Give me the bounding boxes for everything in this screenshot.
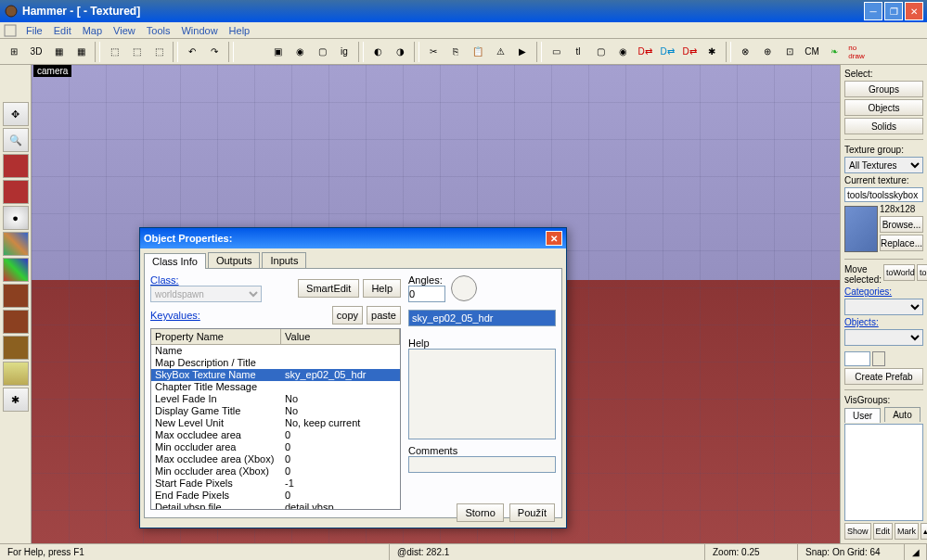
faces-input[interactable] — [844, 351, 870, 366]
property-row[interactable]: Detail.vbsp filedetail.vbsp — [151, 502, 400, 510]
browse-button[interactable]: Browse... — [880, 216, 923, 233]
texture-lock-icon[interactable]: ◐ — [367, 42, 388, 62]
create-prefab-button[interactable]: Create Prefab — [844, 368, 923, 385]
objects-select[interactable] — [844, 329, 923, 346]
select-groups-button[interactable]: Groups — [844, 81, 923, 97]
toworld-button[interactable]: toWorld — [883, 264, 915, 281]
tool-entity-icon[interactable]: tl — [568, 42, 588, 62]
keyvalues-label[interactable]: Keyvalues: — [150, 310, 200, 321]
grid-toggle-icon[interactable]: ⊞ — [4, 42, 24, 62]
run-icon[interactable]: ▶ — [512, 42, 533, 62]
tool-overlay-icon[interactable]: ◉ — [612, 42, 633, 62]
class-label[interactable]: Class: — [150, 274, 262, 286]
apply-tool[interactable] — [3, 258, 29, 282]
properties-table[interactable]: Property Name Value NameMap Description … — [150, 328, 401, 510]
property-row[interactable]: End Fade Pixels0 — [151, 490, 400, 502]
property-row[interactable]: Name — [151, 345, 400, 357]
toggle-radius-icon[interactable]: ◉ — [290, 42, 310, 62]
ig-icon[interactable]: ig — [334, 42, 354, 62]
vg-user-tab[interactable]: User — [844, 408, 881, 423]
select-solids-button[interactable]: Solids — [844, 118, 923, 134]
property-row[interactable]: Display Game TitleNo — [151, 405, 400, 417]
texgroup-select[interactable]: All Textures — [844, 157, 923, 173]
property-row[interactable]: Min occluder area (Xbox)0 — [151, 465, 400, 477]
camera-tool[interactable] — [3, 154, 29, 178]
leaf-icon[interactable]: ❧ — [824, 42, 844, 62]
grid-smaller-icon[interactable]: ▦ — [48, 42, 69, 62]
clip-tool[interactable] — [3, 336, 29, 360]
texture-lock2-icon[interactable]: ◑ — [390, 42, 410, 62]
menu-help[interactable]: Help — [224, 25, 256, 36]
dialog-close-button[interactable]: ✕ — [546, 231, 562, 246]
angles-dial[interactable] — [451, 275, 477, 301]
3d-icon[interactable]: 3D — [26, 42, 46, 62]
tool-b1-icon[interactable]: D⇄ — [635, 42, 655, 62]
storno-button[interactable]: Storno — [457, 503, 503, 522]
tab-outputs[interactable]: Outputs — [208, 252, 261, 268]
redo-icon[interactable]: ↷ — [204, 42, 225, 62]
decal-tool[interactable] — [3, 284, 29, 308]
ungroup-icon[interactable]: ⬚ — [148, 42, 169, 62]
property-row[interactable]: Max occludee area (Xbox)0 — [151, 453, 400, 465]
block-tool[interactable]: ● — [3, 206, 29, 230]
texture-tool[interactable] — [3, 232, 29, 256]
property-row[interactable]: New Level UnitNo, keep current — [151, 417, 400, 429]
copy-button[interactable]: copy — [332, 306, 363, 325]
menu-window[interactable]: Window — [175, 25, 223, 36]
objects-label[interactable]: Objects: — [844, 317, 923, 327]
property-row[interactable]: Max occludee area0 — [151, 429, 400, 441]
categories-label[interactable]: Categories: — [844, 286, 923, 297]
vg-auto-tab[interactable]: Auto — [884, 407, 921, 422]
menu-map[interactable]: Map — [77, 25, 108, 36]
toentity-button[interactable]: toEntity — [917, 264, 927, 281]
carve-icon[interactable]: ⬚ — [104, 42, 124, 62]
replace-button[interactable]: Replace... — [880, 235, 923, 251]
tab-classinfo[interactable]: Class Info — [144, 253, 206, 269]
hide-unselected-icon[interactable]: ⊕ — [757, 42, 778, 62]
vg-edit-button[interactable]: Edit — [873, 523, 894, 540]
path-tool[interactable]: ✱ — [3, 388, 29, 412]
restore-button[interactable]: ❐ — [884, 2, 903, 20]
overlay-tool[interactable] — [3, 310, 29, 334]
undo-icon[interactable]: ↶ — [182, 42, 202, 62]
tool-b2-icon[interactable]: D⇄ — [657, 42, 677, 62]
toggle-cordon-icon[interactable]: ▣ — [267, 42, 288, 62]
nodraw-icon[interactable]: nodraw — [846, 42, 867, 62]
minimize-button[interactable]: ─ — [864, 2, 882, 20]
tool-brush-icon[interactable]: ▭ — [546, 42, 566, 62]
tab-inputs[interactable]: Inputs — [262, 252, 306, 268]
hide-selected-icon[interactable]: ⊗ — [735, 42, 755, 62]
vertex-tool[interactable] — [3, 362, 29, 386]
smartedit-button[interactable]: SmartEdit — [298, 279, 359, 298]
tool-b4-icon[interactable]: ✱ — [702, 42, 722, 62]
grid-larger-icon[interactable]: ▦ — [71, 42, 91, 62]
close-button[interactable]: ✕ — [905, 2, 923, 20]
faces-spinner[interactable] — [872, 351, 885, 366]
property-row[interactable]: Level Fade InNo — [151, 393, 400, 405]
visgroups-list[interactable] — [844, 424, 923, 521]
property-row[interactable]: Map Description / Title — [151, 357, 400, 369]
cm-icon[interactable]: CM — [802, 42, 822, 62]
help-button[interactable]: Help — [363, 279, 401, 298]
tool-decal-icon[interactable]: ▢ — [590, 42, 611, 62]
status-resize-grip[interactable]: ◢ — [905, 544, 927, 560]
group-icon[interactable]: ⬚ — [126, 42, 147, 62]
property-row[interactable]: Start Fade Pixels-1 — [151, 477, 400, 490]
vg-up-button[interactable]: ▴ — [921, 523, 927, 540]
class-select[interactable]: worldspawn — [150, 286, 262, 302]
property-row[interactable]: Chapter Title Message — [151, 381, 400, 393]
curtex-input[interactable] — [844, 187, 923, 202]
menu-view[interactable]: View — [108, 25, 141, 36]
cut-icon[interactable]: ✂ — [423, 42, 444, 62]
pouzit-button[interactable]: Použít — [509, 503, 555, 522]
paste-button[interactable]: paste — [367, 306, 401, 325]
property-row[interactable]: SkyBox Texture Namesky_ep02_05_hdr — [151, 369, 400, 381]
tool-b3-icon[interactable]: D⇄ — [679, 42, 700, 62]
menu-file[interactable]: File — [20, 25, 48, 36]
warning-icon[interactable]: ⚠ — [490, 42, 510, 62]
value-edit-input[interactable] — [408, 310, 556, 326]
copy-icon[interactable]: ⎘ — [445, 42, 466, 62]
vg-show-button[interactable]: Show — [844, 523, 871, 540]
categories-select[interactable] — [844, 299, 923, 315]
texture-swatch[interactable] — [844, 206, 878, 252]
